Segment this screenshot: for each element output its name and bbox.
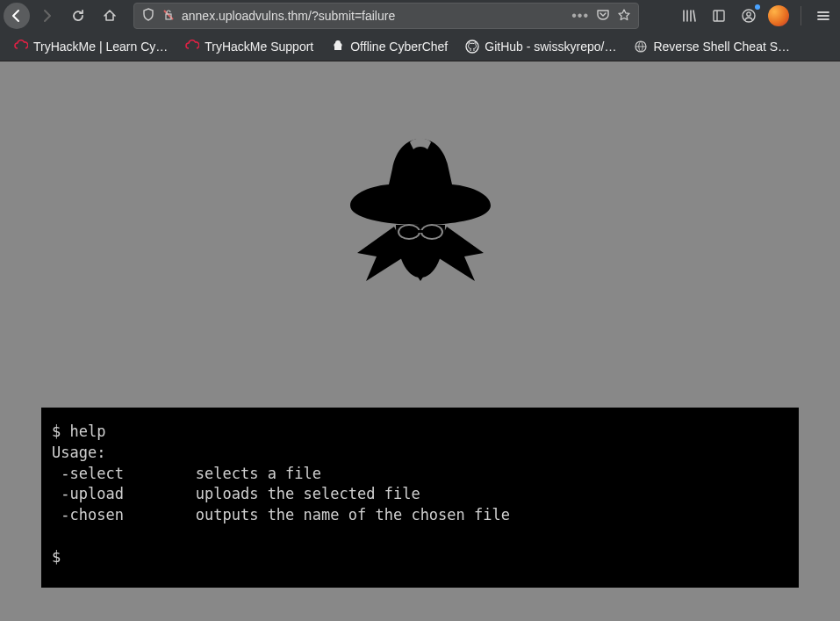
- bookmark-label: Offline CyberChef: [350, 40, 448, 54]
- github-icon: [465, 40, 479, 54]
- svg-point-10: [399, 226, 419, 238]
- url-text: annex.uploadvulns.thm/?submit=failure: [182, 9, 564, 23]
- svg-point-11: [422, 226, 442, 238]
- notification-dot-icon: [755, 4, 760, 10]
- bookmark-label: GitHub - swisskyrepo/…: [485, 40, 616, 54]
- toolbar-right: [676, 3, 836, 29]
- account-icon[interactable]: [736, 3, 762, 29]
- terminal-line: -upload uploads the selected file: [52, 485, 420, 502]
- bookmarks-bar: TryHackMe | Learn Cy… TryHackMe Support …: [0, 32, 840, 61]
- menu-button[interactable]: [810, 3, 836, 29]
- globe-icon: [634, 40, 648, 54]
- svg-point-5: [747, 12, 750, 16]
- reload-button[interactable]: [63, 3, 93, 29]
- terminal-prompt[interactable]: $: [52, 548, 69, 566]
- separator: [801, 6, 801, 25]
- hacker-logo: [324, 123, 517, 316]
- terminal[interactable]: $ help Usage: -select selects a file -up…: [41, 408, 799, 588]
- terminal-line: Usage:: [52, 444, 105, 461]
- svg-rect-2: [714, 11, 724, 21]
- tryhackme-icon: [185, 40, 199, 54]
- svg-rect-12: [418, 230, 423, 233]
- bookmark-reverse-shell-cheat[interactable]: Reverse Shell Cheat S…: [627, 36, 797, 57]
- bookmark-label: TryHackMe Support: [205, 40, 313, 54]
- bookmark-github-swisskyrepo[interactable]: GitHub - swisskyrepo/…: [458, 36, 623, 57]
- back-button[interactable]: [4, 3, 30, 29]
- bookmark-cyberchef[interactable]: Offline CyberChef: [324, 36, 455, 57]
- forward-button[interactable]: [32, 3, 61, 29]
- bookmark-tryhackme-support[interactable]: TryHackMe Support: [178, 36, 320, 57]
- library-icon[interactable]: [676, 3, 702, 29]
- bookmark-star-icon[interactable]: [617, 8, 631, 25]
- sidebar-icon[interactable]: [706, 3, 732, 29]
- firefox-logo-icon[interactable]: [765, 3, 792, 29]
- bookmark-label: TryHackMe | Learn Cy…: [33, 40, 168, 54]
- tracking-shield-icon[interactable]: [141, 8, 155, 25]
- url-bar[interactable]: annex.uploadvulns.thm/?submit=failure ••…: [133, 3, 639, 29]
- terminal-line: -select selects a file: [52, 465, 321, 482]
- terminal-line: $ help: [52, 422, 105, 440]
- chef-icon: [331, 40, 345, 54]
- page-actions-icon[interactable]: •••: [571, 8, 589, 24]
- terminal-line: -chosen outputs the name of the chosen f…: [52, 506, 510, 524]
- nav-toolbar: annex.uploadvulns.thm/?submit=failure ••…: [0, 0, 840, 32]
- home-button[interactable]: [95, 3, 125, 29]
- bookmark-label: Reverse Shell Cheat S…: [653, 40, 790, 54]
- bookmark-tryhackme-learn[interactable]: TryHackMe | Learn Cy…: [7, 36, 175, 57]
- tryhackme-icon: [14, 40, 28, 54]
- page-content: $ help Usage: -select selects a file -up…: [0, 61, 840, 621]
- pocket-icon[interactable]: [596, 8, 610, 25]
- site-identity-icon[interactable]: [162, 9, 175, 24]
